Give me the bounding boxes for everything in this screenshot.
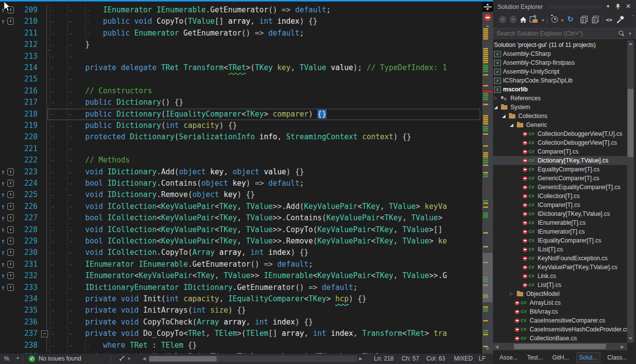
panel-tab-test[interactable]: Test... [525,353,545,363]
expand-arrow-icon[interactable]: ▷ [494,94,500,103]
tree-item[interactable]: C#List[T].cs [493,281,627,289]
search-input[interactable] [493,28,636,39]
line-number[interactable]: 222 [15,155,38,166]
tree-item[interactable]: C#IEnumerator[T].cs [493,227,627,236]
pending-changes-filter-clock-icon[interactable] [551,16,558,24]
tree-item[interactable]: C#IEnumerable[T].cs [493,218,627,227]
line-number[interactable]: 226 [15,201,38,212]
home-icon[interactable] [519,16,527,24]
code-line[interactable]: 236→→private void CopyToCheck(Array arra… [0,317,482,328]
tree-item[interactable]: ◢Collections [493,112,627,121]
code-line[interactable]: 218→→public Dictionary(IEqualityComparer… [0,109,482,120]
line-number[interactable]: 220 [15,131,38,143]
window-splitter-handle-icon[interactable] [482,2,493,12]
code-line[interactable]: 220→→protected Dictionary(SerializationI… [0,131,482,143]
vertical-scrollbar-thumb[interactable] [628,89,634,157]
expand-arrow-icon[interactable]: ▷ [510,289,516,298]
tree-item[interactable]: C#ArrayList.cs [493,298,627,307]
scroll-down-arrow-icon[interactable] [486,348,490,350]
tree-item[interactable]: C#KeyValuePair[TKey,TValue].cs [493,263,627,272]
line-number[interactable]: 221 [15,143,38,155]
tree-item[interactable]: C#CollectionDebuggerView[T].cs [493,138,627,147]
code-line[interactable]: 233↑I→→IDictionaryEnumerator IDictionary… [0,282,482,293]
code-line[interactable]: 232↑I→→IEnumerator<KeyValuePair<TKey, TV… [0,270,482,282]
code-line[interactable]: 226↑I→→void ICollection<KeyValuePair<TKe… [0,201,482,212]
tree-item[interactable]: C#IComparer[T].cs [493,201,627,209]
line-number[interactable]: 215 [15,74,38,85]
panel-title-bar[interactable]: Solution Explorer ▼ ✕ [493,0,636,14]
scroll-up-arrow-icon[interactable] [629,42,633,45]
fold-collapse-button[interactable]: − [41,330,48,337]
line-number[interactable]: 236 [15,317,38,328]
panel-tab-gith[interactable]: GitH... [550,353,572,363]
search-icon[interactable] [619,31,623,35]
code-line[interactable]: 210↑I→→→public void CopyTo(TValue[] arra… [0,16,482,27]
code-line[interactable]: 222→→// Methods [0,155,482,166]
code-lines-container[interactable]: 209↑I→→→IEnumerator IEnumerable.GetEnume… [0,4,482,354]
line-number[interactable]: 229 [15,236,38,247]
collapse-all-icon[interactable] [580,16,588,24]
editor-vertical-scrollbar[interactable] [482,2,493,354]
tree-item[interactable]: #Assembly-CSharp-firstpass [493,58,627,67]
line-number[interactable]: 224 [15,178,38,189]
editor-horizontal-scrollbar[interactable] [148,356,357,362]
line-number[interactable]: 234 [15,293,38,305]
reference-glyph-icon[interactable]: ↑I [0,16,14,27]
sync-with-active-document-icon[interactable]: ⇅ [530,16,539,25]
reference-glyph-icon[interactable]: ↑I [0,247,14,258]
panel-tab-asse[interactable]: Asse... [497,353,520,363]
code-editor[interactable]: 209↑I→→→IEnumerator IEnumerable.GetEnume… [0,0,493,364]
code-line[interactable]: 215→→ [0,74,482,85]
zoom-level-dropdown[interactable]: % ▼ [0,354,23,364]
line-number[interactable]: 228 [15,224,38,236]
code-line[interactable]: 213→→ [0,51,482,62]
horizontal-scrollbar-thumb[interactable] [514,344,606,349]
chevron-down-icon[interactable]: ▼ [541,18,545,23]
line-number[interactable]: 209 [15,4,38,16]
tree-item[interactable]: C#BitArray.cs [493,307,627,316]
scroll-down-arrow-icon[interactable] [629,337,633,340]
scroll-left-arrow-icon[interactable]: ◀ [142,356,146,361]
line-number[interactable]: 230 [15,247,38,258]
close-icon[interactable]: ✕ [626,2,631,10]
code-cleanup-broom-icon[interactable] [118,355,125,363]
code-line[interactable]: 229↑I→→bool ICollection<KeyValuePair<TKe… [0,236,482,247]
code-line[interactable]: 235→→private void InitArrays(int size) {… [0,305,482,316]
scroll-left-arrow-icon[interactable]: ◀ [495,344,499,349]
forward-button-icon[interactable]: › [509,16,517,23]
line-number[interactable]: 212 [15,39,38,50]
line-number[interactable]: 219 [15,120,38,131]
vertical-scrollbar-thumb[interactable] [483,253,493,302]
issues-check-icon[interactable]: ✓ [29,356,35,362]
panel-tab-solut[interactable]: Solut... [576,352,600,363]
tree-vertical-scrollbar[interactable] [627,40,634,343]
reference-glyph-icon[interactable]: ↑I [0,166,14,178]
line-number[interactable]: 211 [15,28,38,39]
reference-glyph-icon[interactable]: ↑I [0,201,14,212]
line-number[interactable]: 227 [15,212,38,224]
code-line[interactable]: 212→→} [0,39,482,50]
tree-item[interactable]: C#Comparer[T].cs [493,147,627,156]
code-line[interactable]: 231↑I→→IEnumerator IEnumerable.GetEnumer… [0,259,482,270]
collapse-arrow-icon[interactable]: ◢ [510,121,516,129]
code-line[interactable]: 225↑I→→void IDictionary.Remove(object ke… [0,189,482,201]
show-all-files-icon[interactable] [591,16,599,24]
code-line[interactable]: 209↑I→→→IEnumerator IEnumerable.GetEnume… [0,4,482,16]
reference-glyph-icon[interactable]: ↑I [0,282,14,293]
reference-glyph-icon[interactable]: ↑I [0,259,14,270]
line-number[interactable]: 218 [15,109,38,120]
tree-horizontal-scrollbar[interactable]: ◀ ▶ [493,343,627,350]
code-line[interactable]: 211→→→public Enumerator GetEnumerator() … [0,28,482,39]
scroll-right-arrow-icon[interactable]: ▶ [359,356,363,361]
tree-item[interactable]: C#IDictionary[TKey,TValue].cs [493,209,627,218]
reference-glyph-icon[interactable]: ↑I [0,224,14,236]
chevron-down-icon[interactable]: ▼ [127,357,131,361]
view-code-icon[interactable]: <> [606,16,612,24]
chevron-down-icon[interactable]: ▼ [560,18,564,23]
line-number[interactable]: 225 [15,189,38,201]
code-line[interactable]: 223↑I→→void IDictionary.Add(object key, … [0,166,482,178]
line-number[interactable]: 233 [15,282,38,293]
reference-glyph-icon[interactable]: ↑I [0,270,14,282]
code-line[interactable]: 234→→private void Init(int capacity, IEq… [0,293,482,305]
scroll-right-arrow-icon[interactable]: ▶ [621,344,624,349]
